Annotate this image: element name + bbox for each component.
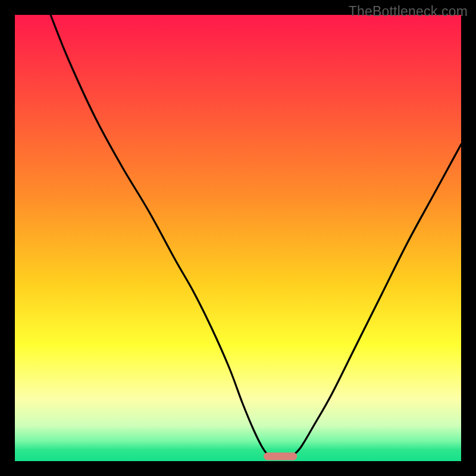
chart-frame: TheBottleneck.com (0, 0, 476, 476)
bottleneck-chart (15, 15, 461, 461)
plot-area (15, 15, 461, 461)
min-marker-pill (264, 453, 297, 461)
minimum-marker (264, 453, 297, 461)
gradient-background (15, 15, 461, 461)
watermark-text: TheBottleneck.com (349, 4, 468, 20)
